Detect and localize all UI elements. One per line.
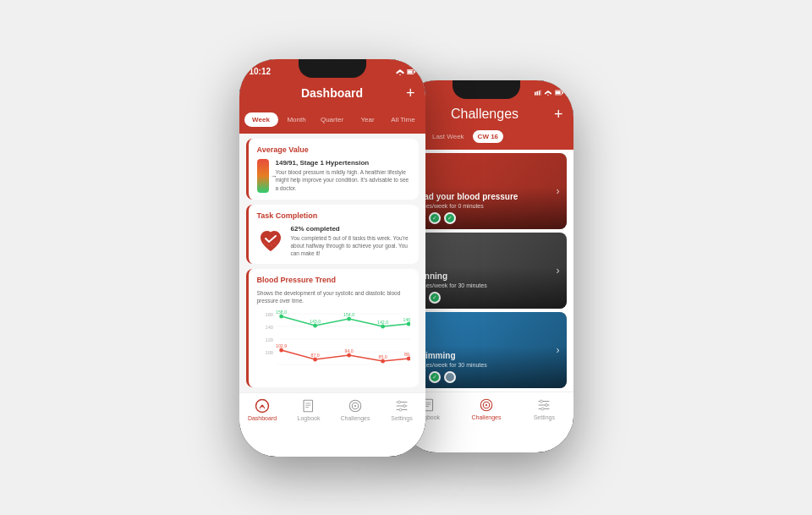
challenge-info-bp: Read your blood pressure 3 times/week fo…: [407, 187, 567, 229]
dashboard-icon: [255, 398, 270, 414]
svg-point-23: [279, 348, 283, 352]
check-icons-bp: ✓ ✓ ✓: [414, 212, 560, 224]
page-title: Dashboard: [266, 86, 398, 100]
challenge-meta-bp: 3 times/week for 0 minutes: [414, 203, 560, 209]
svg-point-61: [546, 403, 548, 406]
challenge-arrow-swimming: ›: [557, 344, 560, 356]
bp-chart: 160 140 120 100: [257, 310, 410, 377]
challenge-arrow-running: ›: [557, 265, 560, 277]
svg-rect-35: [304, 400, 313, 412]
nav-settings-label: Settings: [391, 415, 412, 421]
svg-text:154,0: 154,0: [343, 312, 354, 317]
svg-point-62: [541, 408, 544, 410]
avg-heading: 149/91, Stage 1 Hypertension: [276, 159, 410, 167]
challenge-bp[interactable]: Read your blood pressure 3 times/week fo…: [407, 153, 567, 229]
nav-settings[interactable]: Settings: [379, 398, 425, 421]
status-icons: [396, 68, 415, 75]
challenge-meta-swimming: 3 times/week for 30 minutes: [414, 362, 560, 368]
challenges-icon: [348, 398, 363, 414]
nav2-settings-label: Settings: [534, 414, 555, 420]
notch: [299, 59, 366, 78]
challenge-list: Read your blood pressure 3 times/week fo…: [400, 150, 573, 392]
svg-point-24: [313, 357, 317, 361]
task-completion-section: Task Completion 62% completed You comple…: [246, 205, 419, 264]
task-description: You completed 5 out of 8 tasks this week…: [291, 234, 410, 257]
svg-point-25: [347, 353, 351, 357]
period-tabs: Week Month Quarter Year All Time: [239, 109, 425, 134]
task-heading: 62% completed: [291, 225, 410, 233]
task-row: 62% completed You completed 5 out of 8 t…: [257, 225, 410, 257]
svg-text:87,0: 87,0: [310, 353, 319, 358]
check-r2: ✓: [429, 292, 441, 304]
nav2-challenges[interactable]: Challenges: [458, 397, 515, 420]
check-s3: [444, 371, 456, 383]
add-button[interactable]: +: [398, 85, 415, 102]
svg-text:158,0: 158,0: [276, 310, 287, 315]
challenges-header: Challenges +: [400, 102, 573, 130]
challenges-add[interactable]: +: [546, 106, 563, 123]
svg-text:89,0: 89,0: [404, 352, 410, 357]
nav-dashboard[interactable]: Dashboard: [239, 398, 286, 421]
svg-rect-47: [538, 90, 540, 96]
status-icons-2: [535, 90, 563, 96]
challenges-title: Challenges: [451, 107, 518, 122]
svg-point-16: [381, 324, 385, 328]
phone-challenges-screen: Challenges + ek Last Week CW 16 Read you…: [400, 80, 573, 452]
tab-month[interactable]: Month: [280, 112, 314, 127]
svg-rect-2: [414, 70, 414, 73]
bp-indicator: [257, 159, 269, 193]
challenge-meta-running: 2 times/week for 30 minutes: [414, 282, 560, 288]
nav-challenges[interactable]: Challenges: [332, 398, 379, 421]
svg-point-42: [398, 401, 401, 403]
task-section-title: Task Completion: [257, 211, 410, 220]
settings-icon-2: [536, 397, 551, 413]
tab-year[interactable]: Year: [351, 112, 385, 127]
svg-point-43: [403, 404, 406, 407]
phone-dashboard-screen: 10:12 Dashboard + Week Month Quarter Yea…: [239, 59, 425, 457]
svg-point-34: [261, 404, 264, 407]
svg-text:102,9: 102,9: [276, 343, 287, 348]
bp-section-title: Blood Pressure Trend: [257, 276, 410, 284]
challenge-swimming[interactable]: Swimming 3 times/week for 30 minutes ✓ ✓…: [407, 312, 567, 388]
challenge-name-bp: Read your blood pressure: [414, 192, 560, 201]
svg-text:146,0: 146,0: [403, 317, 409, 322]
svg-point-59: [486, 403, 487, 405]
nav2-challenges-label: Challenges: [471, 414, 501, 420]
challenge-info-swimming: Swimming 3 times/week for 30 minutes ✓ ✓: [407, 346, 567, 388]
avg-description: Your blood pressure is mildly high. A he…: [276, 168, 410, 191]
challenges-icon-2: [479, 397, 494, 413]
nav2-settings[interactable]: Settings: [515, 397, 573, 420]
tab-alltime[interactable]: All Time: [387, 112, 420, 127]
avg-text: 149/91, Stage 1 Hypertension Your blood …: [276, 159, 410, 191]
svg-point-26: [381, 359, 385, 363]
svg-point-0: [399, 74, 401, 74]
svg-text:143,0: 143,0: [310, 319, 321, 324]
scene: 10:12 Dashboard + Week Month Quarter Yea…: [239, 59, 573, 457]
svg-text:85,0: 85,0: [378, 354, 387, 359]
phone-challenges: Challenges + ek Last Week CW 16 Read you…: [400, 80, 573, 452]
ch-tab-lastweek[interactable]: Last Week: [427, 130, 469, 143]
svg-text:142,0: 142,0: [377, 320, 388, 325]
avg-row: 149/91, Stage 1 Hypertension Your blood …: [257, 159, 410, 193]
tab-quarter[interactable]: Quarter: [315, 112, 349, 127]
tab-week[interactable]: Week: [244, 112, 278, 127]
challenge-running[interactable]: Running 2 times/week for 30 minutes ✓ ✓ …: [407, 233, 567, 309]
svg-point-41: [354, 405, 356, 407]
bottom-nav-2: Logbook Challenges: [400, 392, 573, 427]
svg-rect-48: [540, 90, 541, 95]
svg-text:94,0: 94,0: [344, 348, 353, 353]
challenge-name-swimming: Swimming: [414, 351, 560, 360]
notch-2: [453, 80, 520, 99]
bp-description: Shows the development of your systolic a…: [257, 289, 410, 304]
task-text: 62% completed You completed 5 out of 8 t…: [291, 225, 410, 257]
time-display: 10:12: [250, 67, 272, 76]
svg-rect-52: [555, 91, 560, 94]
challenge-name-running: Running: [414, 271, 560, 281]
bottom-nav: Dashboard Logbook: [239, 392, 425, 428]
nav-logbook[interactable]: Logbook: [286, 398, 332, 421]
svg-point-49: [547, 95, 548, 96]
svg-point-13: [279, 314, 283, 318]
ch-tab-cw16[interactable]: CW 16: [473, 130, 503, 143]
svg-point-14: [313, 323, 317, 327]
check-s2: ✓: [429, 371, 441, 383]
